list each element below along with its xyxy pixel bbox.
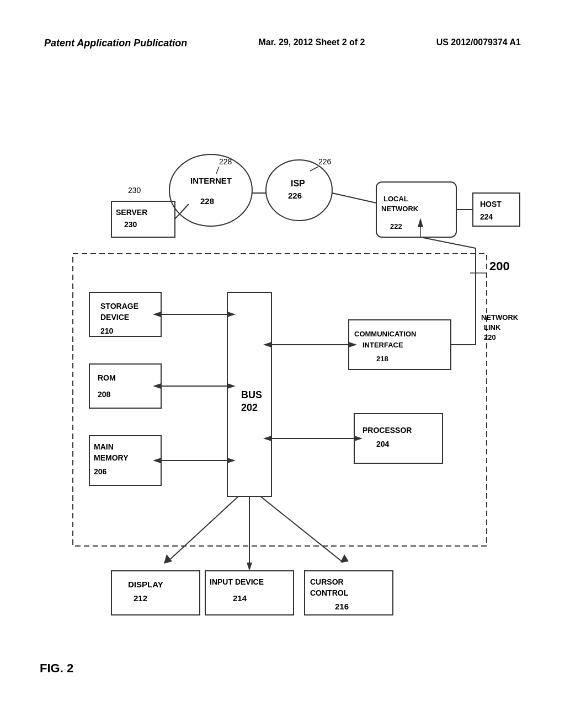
svg-marker-42 [247, 563, 252, 571]
publication-date-sheet: Mar. 29, 2012 Sheet 2 of 2 [259, 38, 365, 49]
publication-number: US 2012/0079374 A1 [436, 38, 521, 49]
svg-text:200: 200 [489, 259, 510, 273]
svg-marker-37 [349, 342, 357, 347]
svg-text:224: 224 [480, 212, 493, 221]
svg-marker-18 [153, 383, 161, 389]
svg-text:LINK: LINK [484, 323, 501, 331]
figure-label: FIG. 2 [40, 661, 73, 676]
svg-line-86 [310, 167, 318, 171]
svg-text:STORAGE: STORAGE [100, 302, 138, 311]
svg-text:202: 202 [241, 402, 258, 413]
svg-text:230: 230 [128, 186, 141, 195]
svg-text:220: 220 [484, 333, 496, 341]
svg-text:DEVICE: DEVICE [100, 313, 129, 322]
svg-text:ROM: ROM [98, 373, 116, 382]
svg-text:CURSOR: CURSOR [310, 577, 344, 586]
svg-line-64 [420, 237, 476, 248]
svg-text:NETWORK: NETWORK [481, 313, 519, 322]
svg-text:216: 216 [335, 602, 349, 611]
svg-marker-31 [263, 436, 271, 441]
svg-text:228: 228 [219, 157, 232, 166]
svg-text:INTERFACE: INTERFACE [363, 341, 403, 349]
svg-text:INTERNET: INTERNET [190, 176, 232, 185]
svg-text:INPUT DEVICE: INPUT DEVICE [210, 577, 264, 586]
svg-text:SERVER: SERVER [116, 208, 147, 217]
svg-text:204: 204 [376, 440, 390, 448]
svg-rect-0 [73, 254, 487, 546]
svg-text:218: 218 [376, 355, 388, 363]
svg-text:226: 226 [318, 157, 332, 166]
svg-text:212: 212 [134, 593, 147, 603]
svg-text:COMMUNICATION: COMMUNICATION [354, 330, 416, 338]
svg-rect-67 [473, 193, 520, 226]
patent-diagram: 200 BUS 202 STORAGE DEVICE 210 ROM 208 M… [44, 83, 543, 689]
svg-text:LOCAL: LOCAL [383, 195, 408, 203]
svg-marker-30 [354, 436, 363, 441]
svg-marker-25 [153, 458, 161, 463]
svg-line-84 [216, 167, 219, 174]
svg-text:ISP: ISP [291, 179, 305, 188]
svg-text:210: 210 [100, 326, 114, 335]
svg-rect-79 [111, 201, 175, 237]
svg-text:226: 226 [288, 191, 302, 200]
svg-line-43 [260, 496, 343, 563]
svg-rect-26 [354, 414, 443, 463]
svg-text:228: 228 [200, 196, 214, 206]
svg-point-71 [266, 160, 332, 221]
svg-marker-66 [418, 218, 423, 227]
svg-text:222: 222 [390, 222, 402, 231]
svg-marker-11 [227, 312, 236, 317]
svg-marker-38 [263, 342, 271, 347]
svg-text:PROCESSOR: PROCESSOR [363, 426, 412, 435]
svg-line-39 [167, 496, 238, 563]
svg-text:CONTROL: CONTROL [310, 588, 349, 597]
svg-text:MAIN: MAIN [94, 442, 114, 451]
svg-text:DISPLAY: DISPLAY [128, 580, 163, 589]
svg-text:208: 208 [98, 390, 111, 399]
svg-marker-12 [153, 312, 161, 317]
svg-marker-24 [227, 458, 236, 463]
svg-text:214: 214 [233, 593, 247, 603]
svg-text:NETWORK: NETWORK [381, 205, 419, 213]
svg-point-75 [169, 154, 252, 226]
svg-text:MEMORY: MEMORY [94, 453, 129, 462]
svg-text:206: 206 [94, 467, 107, 476]
page-header: Patent Application Publication Mar. 29, … [0, 38, 565, 49]
svg-marker-17 [227, 383, 236, 389]
svg-rect-13 [89, 364, 161, 408]
svg-marker-44 [340, 554, 349, 563]
svg-text:BUS: BUS [241, 389, 262, 400]
svg-rect-45 [111, 571, 200, 615]
svg-text:230: 230 [124, 220, 137, 229]
svg-line-74 [332, 193, 376, 203]
publication-title: Patent Application Publication [44, 38, 187, 49]
svg-text:HOST: HOST [480, 200, 502, 208]
